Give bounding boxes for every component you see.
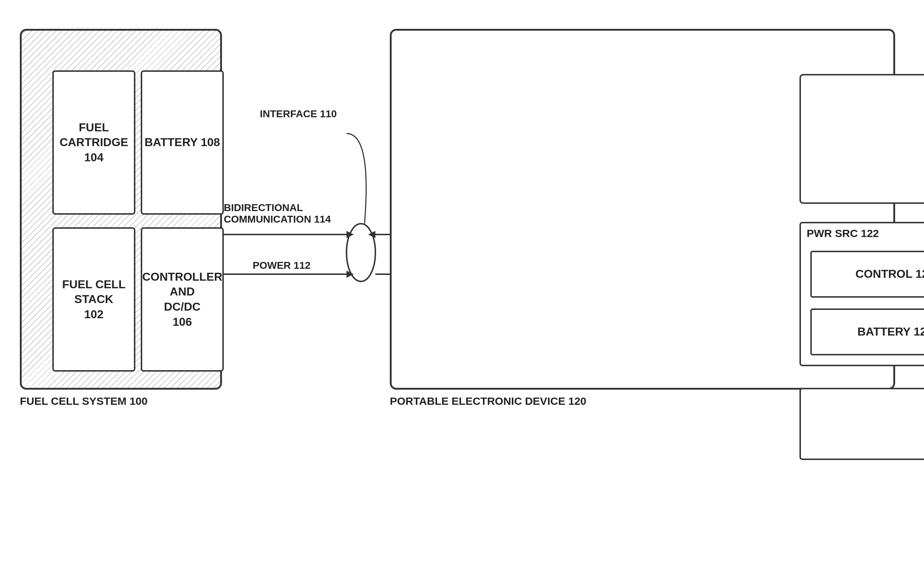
svg-marker-8 — [368, 231, 375, 238]
power-label: POWER 112 — [253, 260, 310, 271]
fuel-cell-system-label: FUEL CELL SYSTEM 100 — [20, 395, 148, 407]
fuel-cell-stack-box: FUEL CELLSTACK102 — [52, 227, 135, 372]
svg-marker-4 — [346, 271, 354, 278]
ped-box: DISPLAY128 PWR SRC 122 CONTROL 125 BATTE… — [390, 29, 895, 390]
control-box: CONTROL 125 — [810, 251, 924, 298]
fuel-cell-system-box: FUEL CARTRIDGE 104 BATTERY 108 FUEL CELL… — [20, 29, 222, 390]
controller-label: CONTROLLERANDDC/DC106 — [142, 270, 222, 330]
svg-marker-1 — [346, 231, 354, 238]
fcs-battery-label: BATTERY 108 — [144, 135, 220, 150]
battery127-label: BATTERY 127 — [857, 324, 924, 339]
bidirectional-label: BIDIRECTIONALCOMMUNICATION 114 — [224, 202, 331, 225]
controller-box: CONTROLLERANDDC/DC106 — [141, 227, 224, 372]
memory-box: MEMORY124 — [799, 388, 924, 460]
svg-point-5 — [346, 224, 375, 281]
pwr-src-label: PWR SRC 122 — [807, 227, 879, 240]
fuel-cartridge-label: FUEL CARTRIDGE 104 — [54, 120, 134, 165]
display-box: DISPLAY128 — [799, 74, 924, 204]
fcs-battery-box: BATTERY 108 — [141, 70, 224, 214]
fuel-cartridge-box: FUEL CARTRIDGE 104 — [52, 70, 135, 214]
diagram-container: FUEL CARTRIDGE 104 BATTERY 108 FUEL CELL… — [0, 0, 924, 574]
ped-label: PORTABLE ELECTRONIC DEVICE 120 — [390, 395, 586, 407]
fuel-cell-stack-label: FUEL CELLSTACK102 — [62, 277, 125, 322]
battery127-box: BATTERY 127 — [810, 309, 924, 355]
control-label: CONTROL 125 — [855, 266, 924, 282]
interface-label: INTERFACE 110 — [260, 108, 337, 120]
